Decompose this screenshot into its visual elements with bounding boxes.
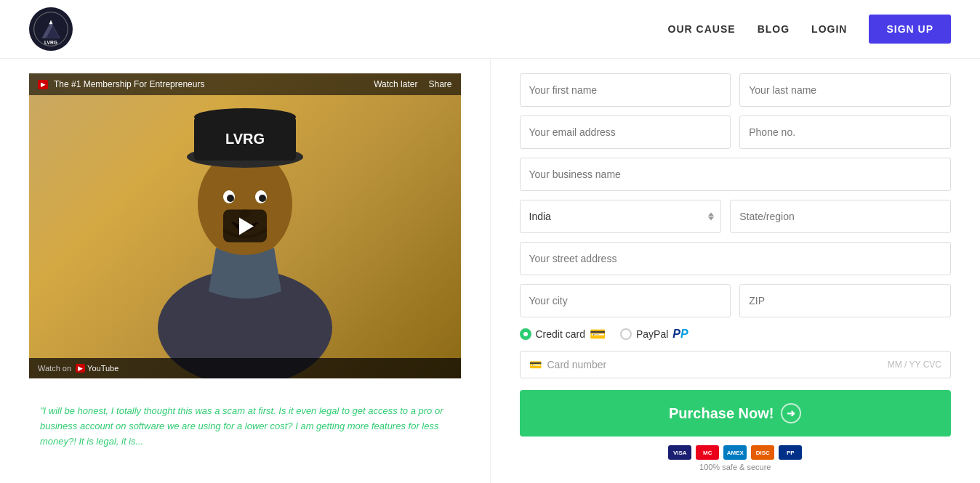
- main-content: LVRG: [0, 59, 980, 483]
- paypal-icon: PP: [672, 328, 688, 341]
- youtube-link[interactable]: ▶ YouTube: [76, 364, 119, 373]
- credit-card-label: Credit card: [536, 328, 585, 340]
- right-panel: India United States United Kingdom Canad…: [490, 59, 981, 483]
- paypal-option[interactable]: PayPal PP: [620, 328, 688, 341]
- nav-our-cause[interactable]: OUR CAUSE: [668, 23, 736, 35]
- watch-on-text: Watch on: [38, 364, 71, 373]
- nav-blog[interactable]: BLOG: [758, 23, 790, 35]
- business-name-input[interactable]: [520, 158, 952, 191]
- email-phone-row: [520, 115, 952, 149]
- paypal-radio: [620, 328, 632, 340]
- watch-later-link[interactable]: Watch later: [374, 79, 417, 89]
- country-select-wrapper: India United States United Kingdom Canad…: [520, 200, 722, 233]
- navigation: OUR CAUSE BLOG LOGIN SIGN UP: [668, 15, 951, 44]
- visa-badge: VISA: [668, 445, 691, 460]
- zip-input[interactable]: [739, 284, 951, 317]
- email-input[interactable]: [520, 115, 731, 149]
- logo-icon: LVRG: [29, 7, 73, 51]
- video-top-bar: ▶ The #1 Membership For Entrepreneurs Wa…: [29, 73, 461, 95]
- paypal-label: PayPal: [636, 328, 668, 340]
- video-bottom-bar: Watch on ▶ YouTube: [29, 358, 461, 378]
- testimonial: "I will be honest, I totally thought thi…: [29, 393, 461, 460]
- play-button[interactable]: [223, 210, 267, 243]
- svg-point-11: [194, 108, 296, 126]
- video-title: The #1 Membership For Entrepreneurs: [54, 79, 204, 89]
- testimonial-text: "I will be honest, I totally thought thi…: [40, 405, 443, 447]
- credit-card-option[interactable]: Credit card 💳: [520, 326, 606, 342]
- security-badges-row: VISA MC AMEX DISC PP: [520, 445, 952, 460]
- share-link[interactable]: Share: [428, 79, 451, 89]
- paypal-badge: PP: [779, 445, 802, 460]
- amex-badge: AMEX: [723, 445, 747, 460]
- nav-login[interactable]: LOGIN: [811, 23, 847, 35]
- svg-text:LVRG: LVRG: [44, 40, 57, 45]
- name-row: [520, 73, 952, 107]
- play-triangle-icon: [239, 217, 254, 235]
- city-zip-row: [520, 284, 952, 317]
- signup-button[interactable]: SIGN UP: [869, 15, 951, 44]
- last-name-input[interactable]: [739, 73, 951, 107]
- logo-container[interactable]: LVRG: [29, 7, 73, 51]
- street-address-input[interactable]: [520, 242, 952, 275]
- credit-card-radio: [520, 328, 531, 340]
- mastercard-badge: MC: [696, 445, 719, 460]
- video-container[interactable]: LVRG: [29, 73, 461, 378]
- first-name-input[interactable]: [520, 73, 731, 107]
- left-panel: LVRG: [0, 59, 490, 483]
- card-chip-icon: 💳: [529, 359, 542, 370]
- card-input-row[interactable]: 💳 Card number MM / YY CVC: [520, 351, 952, 378]
- purchase-button[interactable]: Purchase Now! ➜: [520, 390, 952, 437]
- phone-input[interactable]: [739, 115, 951, 149]
- video-thumbnail: LVRG: [29, 73, 461, 378]
- card-expiry-cvc: MM / YY CVC: [888, 360, 941, 370]
- discover-badge: DISC: [751, 445, 774, 460]
- credit-card-icon: 💳: [590, 326, 606, 342]
- purchase-arrow-icon: ➜: [781, 403, 801, 423]
- svg-point-15: [227, 195, 234, 202]
- purchase-button-label: Purchase Now!: [669, 405, 774, 422]
- svg-point-16: [259, 195, 266, 202]
- youtube-logo-small: ▶: [38, 80, 48, 89]
- country-state-row: India United States United Kingdom Canad…: [520, 200, 952, 233]
- header: LVRG OUR CAUSE BLOG LOGIN SIGN UP: [0, 0, 980, 59]
- svg-text:LVRG: LVRG: [225, 131, 265, 147]
- payment-options: Credit card 💳 PayPal PP: [520, 326, 952, 342]
- country-select[interactable]: India United States United Kingdom Canad…: [520, 200, 722, 233]
- card-number-placeholder: Card number: [547, 359, 882, 370]
- security-text: 100% safe & secure: [520, 463, 952, 471]
- city-input[interactable]: [520, 284, 731, 317]
- state-input[interactable]: [730, 200, 951, 233]
